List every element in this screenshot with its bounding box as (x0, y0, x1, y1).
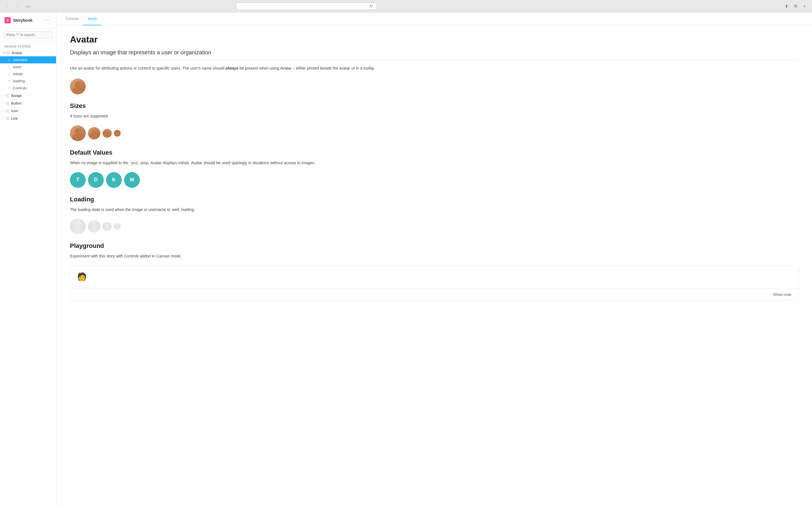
sidebar-item-initials[interactable]: ◻ initials (0, 70, 56, 77)
avatar-initial-m: M (124, 172, 140, 188)
storybook-logo-text: Storybook (13, 18, 33, 22)
show-code-button[interactable]: Show code (771, 291, 794, 298)
sidebar-group-label-icon: Icon (11, 109, 18, 113)
sidebar-group-label-button: Button (11, 101, 22, 105)
playground-avatar: 🧑 (77, 273, 87, 281)
sidebar-group-header-button[interactable]: › Button (0, 100, 56, 107)
browser-chrome: ‹ › ▭ localhost ↻ ⬆ ⧉ + (0, 0, 812, 12)
docs-description: Use an avatar for attributing actions or… (70, 65, 799, 72)
expand-icon-icon: › (3, 109, 4, 112)
sidebar-group-avatar: ▾ Avatar ◻ standard ◻ sizes ◻ initials ◻… (0, 49, 56, 92)
sidebar-group-header-link[interactable]: › Link (0, 115, 56, 122)
item-icon-loading: ◻ (8, 79, 11, 82)
sidebar-group-badge: › Badge (0, 92, 56, 99)
avatar-initials-preview: T D K M (70, 172, 799, 188)
sidebar-item-standard[interactable]: ◻ standard (0, 56, 56, 63)
sidebar-group-header-icon[interactable]: › Icon (0, 107, 56, 114)
back-button[interactable]: ‹ (3, 2, 11, 10)
group-link-icon (6, 117, 9, 120)
docs-content: Avatar Displays an image that represents… (56, 25, 812, 507)
item-icon-initials: ◻ (8, 72, 11, 75)
url-input[interactable]: localhost (239, 4, 368, 8)
sidebar-group-button: › Button (0, 100, 56, 107)
storybook-logo-icon: S (4, 17, 11, 23)
group-avatar-icon (6, 51, 10, 55)
avatar-sizes-preview (70, 125, 799, 141)
search-input[interactable] (3, 31, 53, 39)
expand-icon-link: › (3, 117, 4, 120)
group-button-icon (6, 102, 9, 105)
storybook-logo: S Storybook (4, 17, 33, 23)
sidebar-group-label-link: Link (11, 116, 18, 121)
avatar-loading-xs (114, 223, 121, 230)
sidebar-item-sizes[interactable]: ◻ sizes (0, 63, 56, 70)
sidebar-toggle-button[interactable]: ▭ (24, 2, 32, 10)
avatar-loading-md (88, 220, 100, 233)
default-values-title: Default Values (70, 149, 799, 156)
avatar-size-lg (70, 125, 86, 141)
avatar-loading-preview (70, 219, 799, 234)
avatar-size-md (88, 127, 100, 139)
sidebar-header: S Storybook ··· (0, 12, 56, 29)
browser-right-buttons: ⬆ ⧉ + (783, 2, 809, 10)
new-tab-button[interactable]: + (801, 2, 809, 10)
tab-docs[interactable]: Docs (83, 12, 101, 25)
sidebar-item-label-loading: loading (13, 79, 25, 83)
sidebar-item-label-controls: Controls (13, 86, 27, 90)
sidebar-group-icon: › Icon (0, 107, 56, 114)
expand-icon: ▾ (3, 51, 5, 54)
share-button[interactable]: ⬆ (783, 2, 791, 10)
item-icon-standard: ◻ (8, 58, 11, 61)
group-badge-icon (6, 94, 9, 98)
tab-bar: Canvas Docs (56, 12, 812, 25)
sidebar-item-loading[interactable]: ◻ loading (0, 77, 56, 84)
sidebar-search (0, 29, 56, 42)
sidebar-item-controls[interactable]: ◻ Controls (0, 84, 56, 92)
app-layout: S Storybook ··· DESIGN SYSTEM ▾ Avatar ◻… (0, 12, 812, 507)
reload-button[interactable]: ↻ (370, 4, 373, 8)
main-content: Canvas Docs Avatar Displays an image tha… (56, 12, 812, 507)
avatar-loading-sm (103, 222, 112, 231)
avatar-size-xs (114, 130, 121, 136)
docs-title: Avatar (70, 34, 799, 45)
sidebar-section-label: DESIGN SYSTEM (0, 42, 56, 49)
sidebar-group-header-avatar[interactable]: ▾ Avatar (0, 49, 56, 56)
sidebar-group-label-avatar: Avatar (11, 51, 22, 55)
sidebar-item-label-standard: standard (13, 58, 28, 62)
sizes-section-title: Sizes (70, 102, 799, 110)
avatar-loading-lg (70, 219, 86, 234)
docs-subtitle: Displays an image that represents a user… (70, 49, 799, 61)
avatar-initial-d: D (88, 172, 104, 188)
sidebar-group-link: › Link (0, 115, 56, 122)
tab-canvas[interactable]: Canvas (61, 12, 83, 25)
item-icon-controls: ◻ (8, 87, 11, 90)
item-icon-sizes: ◻ (8, 65, 11, 68)
sizes-section-desc: 4 sizes are supported. (70, 113, 799, 120)
address-bar: localhost ↻ (236, 3, 377, 10)
avatar-initial-k: K (106, 172, 122, 188)
sidebar-item-label-initials: initials (13, 72, 23, 76)
new-window-button[interactable]: ⧉ (792, 2, 800, 10)
sidebar: S Storybook ··· DESIGN SYSTEM ▾ Avatar ◻… (0, 12, 56, 507)
sidebar-group-label-badge: Badge (11, 94, 22, 98)
loading-section-desc: The loading state is used when the image… (70, 207, 799, 213)
src-code: src (130, 161, 139, 166)
avatar-standard-image (70, 78, 86, 94)
loading-section-title: Loading (70, 196, 799, 203)
avatar-standard-preview (70, 78, 799, 94)
forward-button[interactable]: › (13, 2, 21, 10)
default-values-desc: When no image is supplied to the src pro… (70, 160, 799, 166)
playground-footer: Show code (70, 288, 798, 300)
avatar-initial-t: T (70, 172, 86, 188)
playground-title: Playground (70, 242, 799, 249)
playground-preview: 🧑 (70, 266, 798, 288)
expand-icon-button: › (3, 102, 4, 105)
expand-icon-badge: › (3, 94, 4, 97)
sidebar-group-header-badge[interactable]: › Badge (0, 92, 56, 99)
sidebar-item-label-sizes: sizes (13, 65, 21, 69)
playground-desc: Experiment with this story with Controls… (70, 253, 799, 260)
playground-box: 🧑 Show code (70, 265, 799, 301)
sidebar-menu-button[interactable]: ··· (44, 16, 52, 24)
avatar-size-sm (103, 129, 112, 138)
group-icon-icon (6, 109, 9, 113)
